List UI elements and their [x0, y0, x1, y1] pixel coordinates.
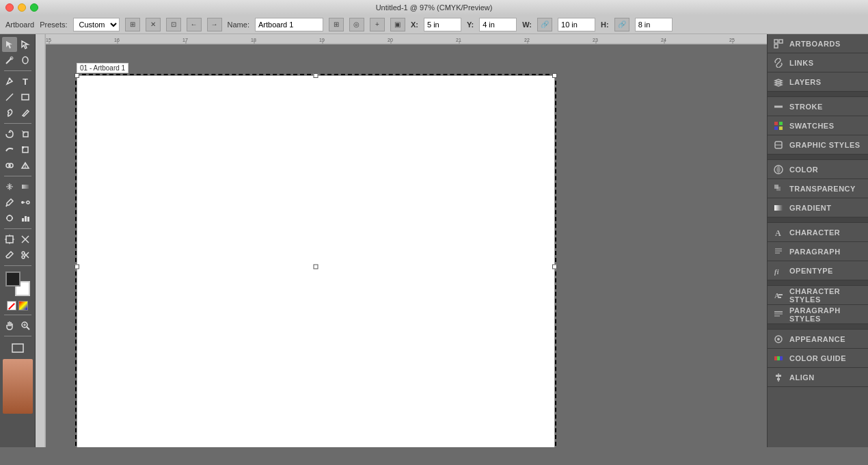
presets-select[interactable]: Custom Letter A4	[73, 18, 120, 31]
panel-item-color[interactable]: COLOR	[768, 160, 868, 179]
name-input[interactable]	[255, 18, 323, 31]
color-swatch-area[interactable]	[5, 271, 30, 296]
stroke-label: STROKE	[789, 103, 823, 111]
panel-item-swatches[interactable]: SWATCHES	[768, 116, 868, 135]
mesh-tool-btn[interactable]	[2, 179, 17, 194]
constrain-proportions-btn[interactable]: 🔗	[537, 18, 552, 31]
align-icon	[773, 372, 784, 383]
panel-item-layers[interactable]: LAYERS	[768, 72, 868, 92]
artboard[interactable]	[77, 75, 555, 447]
handle-top-center[interactable]	[314, 73, 318, 78]
panel-item-stroke[interactable]: STROKE	[768, 97, 868, 116]
svg-line-15	[6, 205, 7, 207]
artboard-toggle-btn[interactable]: ⊞	[329, 18, 344, 31]
none-box[interactable]	[7, 301, 16, 310]
artboard-options-btn[interactable]: ⊡	[166, 18, 181, 31]
panel-item-opentype[interactable]: fi OPENTYPE	[768, 261, 868, 280]
eraser-tool-btn[interactable]	[2, 248, 17, 263]
panel-item-links[interactable]: LINKS	[768, 53, 868, 72]
panel-item-color-guide[interactable]: COLOR GUIDE	[768, 349, 868, 368]
svg-point-33	[22, 252, 25, 254]
eyedropper-blend-tools	[2, 195, 33, 210]
artboard-container: 01 - Artboard 1	[77, 75, 555, 447]
warp-tool-btn[interactable]	[2, 142, 17, 157]
panel-item-character-styles[interactable]: A CHARACTER STYLES	[768, 286, 868, 305]
show-center-btn[interactable]: ◎	[349, 18, 364, 31]
svg-point-21	[6, 217, 8, 219]
panel-item-gradient[interactable]: GRADIENT	[768, 198, 868, 217]
panel-item-align[interactable]: ALIGN	[768, 368, 868, 387]
panel-item-graphic-styles[interactable]: GRAPHIC STYLES	[768, 135, 868, 155]
magic-wand-tool-btn[interactable]	[2, 53, 17, 68]
handle-middle-right[interactable]	[552, 265, 557, 269]
handle-center[interactable]	[314, 265, 318, 269]
h-constrain-btn[interactable]: 🔗	[614, 18, 629, 31]
symbol-spray-tool-btn[interactable]	[2, 211, 17, 226]
selection-tool-btn[interactable]	[2, 37, 17, 52]
minimize-button[interactable]	[18, 3, 26, 12]
panel-item-transparency[interactable]: TRANSPARENCY	[768, 179, 868, 198]
fill-color-box[interactable]	[5, 271, 21, 287]
shape-builder-tool-btn[interactable]	[2, 158, 17, 173]
graph-tool-btn[interactable]	[18, 211, 33, 226]
panel-item-character[interactable]: A CHARACTER	[768, 223, 868, 242]
handle-middle-left[interactable]	[74, 265, 79, 269]
close-button[interactable]	[5, 3, 14, 12]
normal-screen-btn[interactable]	[5, 341, 30, 356]
eyedropper-tool-btn[interactable]	[2, 195, 17, 210]
zoom-tool-btn[interactable]	[18, 318, 33, 333]
pencil-tool-btn[interactable]	[18, 105, 33, 120]
free-transform-tool-btn[interactable]	[18, 142, 33, 157]
rotate-tool-btn[interactable]	[2, 127, 17, 142]
y-input[interactable]	[479, 18, 517, 31]
panel-item-artboards[interactable]: ARTBOARDS	[768, 34, 868, 53]
w-input[interactable]	[558, 18, 595, 31]
line-tool-btn[interactable]	[2, 90, 17, 105]
new-artboard-btn[interactable]: ⊞	[125, 18, 140, 31]
svg-rect-72	[779, 122, 783, 125]
handle-top-right[interactable]	[552, 73, 557, 78]
svg-rect-5	[22, 94, 29, 100]
scale-tool-btn[interactable]	[18, 127, 33, 142]
type-tool-btn[interactable]: T	[18, 74, 33, 89]
rect-tool-btn[interactable]	[18, 90, 33, 105]
svg-rect-95	[777, 356, 780, 360]
show-crosshair-btn[interactable]: +	[370, 18, 385, 31]
panel-item-paragraph-styles[interactable]: PARAGRAPH STYLES	[768, 305, 868, 324]
panel-separator-1	[768, 92, 868, 97]
color-wheel-box[interactable]	[18, 301, 28, 310]
blend-tool-btn[interactable]	[18, 195, 33, 210]
move-artboard-right-btn[interactable]: →	[207, 18, 222, 31]
maximize-button[interactable]	[30, 3, 38, 12]
opentype-label: OPENTYPE	[789, 267, 833, 275]
pen-tool-btn[interactable]	[2, 74, 17, 89]
svg-point-3	[9, 78, 11, 80]
perspective-tool-btn[interactable]	[18, 158, 33, 173]
scissors-tool-btn[interactable]	[18, 248, 33, 263]
title-bar: Untitled-1 @ 97% (CMYK/Preview)	[0, 0, 868, 15]
artboard-tool-btn[interactable]	[2, 232, 17, 247]
panel-item-appearance[interactable]: APPEARANCE	[768, 330, 868, 349]
paragraph-label: PARAGRAPH	[789, 248, 841, 256]
move-artboard-btn[interactable]: ←	[187, 18, 202, 31]
svg-rect-25	[27, 217, 29, 222]
panel-item-paragraph[interactable]: PARAGRAPH	[768, 242, 868, 261]
show-video-btn[interactable]: ▣	[390, 18, 405, 31]
svg-rect-94	[774, 356, 777, 360]
hand-tool-btn[interactable]	[2, 318, 17, 333]
h-input[interactable]	[635, 18, 673, 31]
direct-selection-tool-btn[interactable]	[18, 37, 33, 52]
slice-tool-btn[interactable]	[18, 232, 33, 247]
paragraph-styles-label: PARAGRAPH STYLES	[789, 306, 863, 323]
svg-rect-79	[776, 187, 781, 191]
svg-rect-26	[6, 236, 13, 243]
w-label: W:	[522, 21, 532, 29]
handle-top-left[interactable]	[74, 73, 79, 78]
gradient-label: GRADIENT	[789, 204, 831, 212]
x-input[interactable]	[424, 18, 461, 31]
opentype-icon: fi	[773, 265, 784, 276]
paintbrush-tool-btn[interactable]	[2, 105, 17, 120]
lasso-tool-btn[interactable]	[18, 53, 33, 68]
delete-artboard-btn[interactable]: ✕	[146, 18, 161, 31]
gradient-tool-btn[interactable]	[18, 179, 33, 194]
